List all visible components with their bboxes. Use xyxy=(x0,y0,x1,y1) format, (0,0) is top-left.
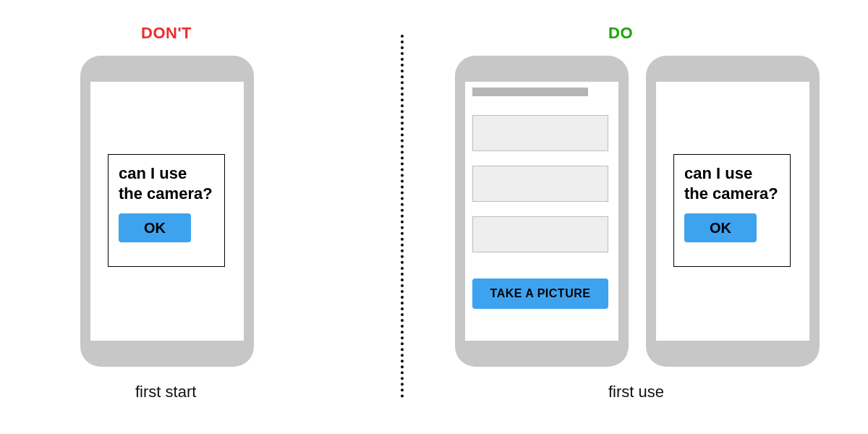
permission-dialog: can I use the camera? OK xyxy=(673,154,791,267)
permission-prompt: can I use the camera? xyxy=(119,163,214,203)
form-field-2[interactable] xyxy=(472,166,608,202)
dont-caption: first start xyxy=(135,383,196,401)
ok-button[interactable]: OK xyxy=(119,213,191,242)
do-phone-form: TAKE A PICTURE xyxy=(455,56,629,367)
do-phone-form-screen: TAKE A PICTURE xyxy=(465,82,618,341)
take-picture-button[interactable]: TAKE A PICTURE xyxy=(472,278,608,309)
ok-button[interactable]: OK xyxy=(684,213,757,242)
dont-phone-screen: can I use the camera? OK xyxy=(90,82,244,341)
do-header: DO xyxy=(608,24,633,43)
form-field-1[interactable] xyxy=(472,115,608,151)
form-field-3[interactable] xyxy=(472,216,608,252)
permission-dialog: can I use the camera? OK xyxy=(108,154,225,267)
vertical-divider xyxy=(401,35,404,398)
permission-prompt: can I use the camera? xyxy=(684,163,780,203)
do-phone-dialog: can I use the camera? OK xyxy=(646,56,820,367)
diagram-root: DON'T DO can I use the camera? OK first … xyxy=(0,0,868,434)
do-phone-dialog-screen: can I use the camera? OK xyxy=(656,82,809,341)
do-caption: first use xyxy=(608,383,664,401)
dont-phone: can I use the camera? OK xyxy=(80,56,254,367)
dont-header: DON'T xyxy=(141,24,192,43)
form-title-bar xyxy=(472,88,588,96)
